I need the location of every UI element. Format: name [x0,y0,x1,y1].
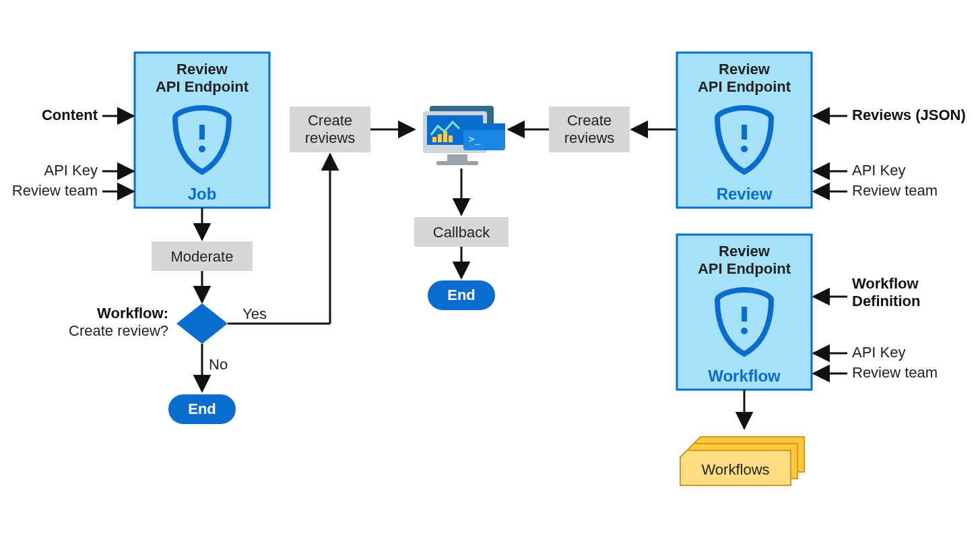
input-job-team: Review team [12,182,98,199]
end-job-label: End [188,400,216,417]
svg-rect-8 [438,134,442,142]
svg-rect-15 [436,161,478,165]
input-job-apikey: API Key [44,162,98,179]
svg-rect-10 [449,136,453,142]
svg-rect-9 [443,131,447,142]
svg-rect-20 [742,307,747,322]
endpoint-review-caption: Review [717,185,773,203]
svg-rect-14 [447,154,467,161]
workflows-stack-label: Workflows [701,461,769,478]
input-wf-team: Review team [852,364,938,381]
input-wf-apikey: API Key [852,344,905,361]
step-create-reviews-right-l2: reviews [564,129,615,146]
input-content-label: Content [42,107,98,123]
svg-rect-12 [463,123,505,130]
step-create-reviews-left-l2: reviews [305,129,356,146]
svg-rect-17 [742,125,747,140]
step-create-reviews-right-l1: Create [567,112,612,129]
svg-point-21 [741,328,748,334]
workflows-stack-icon: Workflows [680,437,804,485]
svg-marker-3 [176,303,228,344]
endpoint-job-caption: Job [188,185,217,203]
input-review-team: Review team [852,182,938,199]
endpoint-workflow-title2: API Endpoint [698,260,791,277]
endpoint-workflow-caption: Workflow [708,367,781,385]
svg-point-2 [199,146,205,152]
svg-rect-1 [199,125,205,140]
input-review-apikey: API Key [852,162,905,179]
endpoint-review-title1: Review [719,61,771,78]
endpoint-review: Review API Endpoint Review [677,53,812,208]
input-wf-def1: Workflow [852,275,919,292]
svg-rect-7 [432,137,436,142]
decision-yes: Yes [242,305,267,322]
endpoint-job-title1: Review [176,61,228,78]
decision-subtitle: Create review? [69,322,168,339]
step-moderate-label: Moderate [171,248,234,265]
input-reviews-json: Reviews (JSON) [852,107,966,123]
review-tool-icon: >_ [423,106,505,165]
decision-no: No [209,356,228,373]
endpoint-review-title2: API Endpoint [698,78,791,95]
svg-text:>_: >_ [469,133,480,145]
end-center-label: End [447,287,476,303]
svg-point-18 [741,146,748,152]
endpoint-workflow-title1: Review [719,243,771,260]
input-wf-def2: Definition [852,293,920,309]
endpoint-workflow: Review API Endpoint Workflow [677,235,812,390]
step-create-reviews-left-l1: Create [308,112,352,129]
decision-create-review [176,303,228,344]
endpoint-job: Review API Endpoint Job [135,53,269,208]
endpoint-job-title2: API Endpoint [156,78,249,95]
step-callback-label: Callback [433,224,490,241]
decision-title: Workflow: [97,305,168,322]
